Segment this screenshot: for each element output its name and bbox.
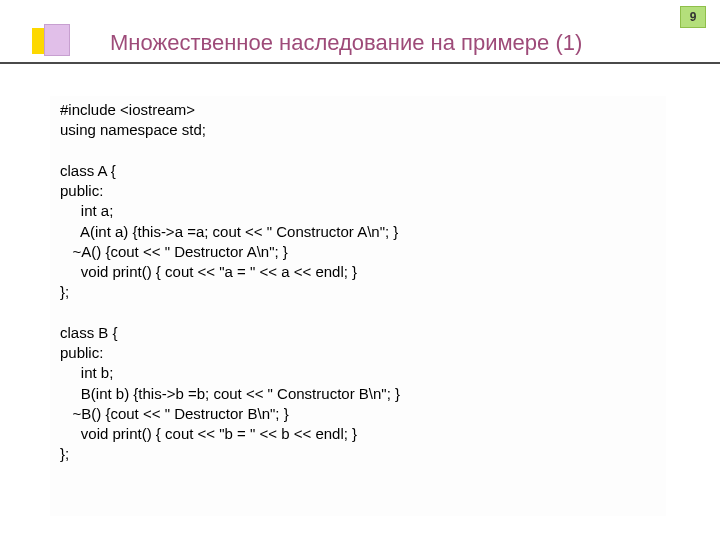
slide-title: Множественное наследование на примере (1…	[110, 30, 582, 56]
page-number: 9	[680, 6, 706, 28]
slide-decoration	[32, 24, 86, 58]
code-block: #include <iostream> using namespace std;…	[50, 96, 666, 516]
title-underline	[0, 62, 720, 64]
